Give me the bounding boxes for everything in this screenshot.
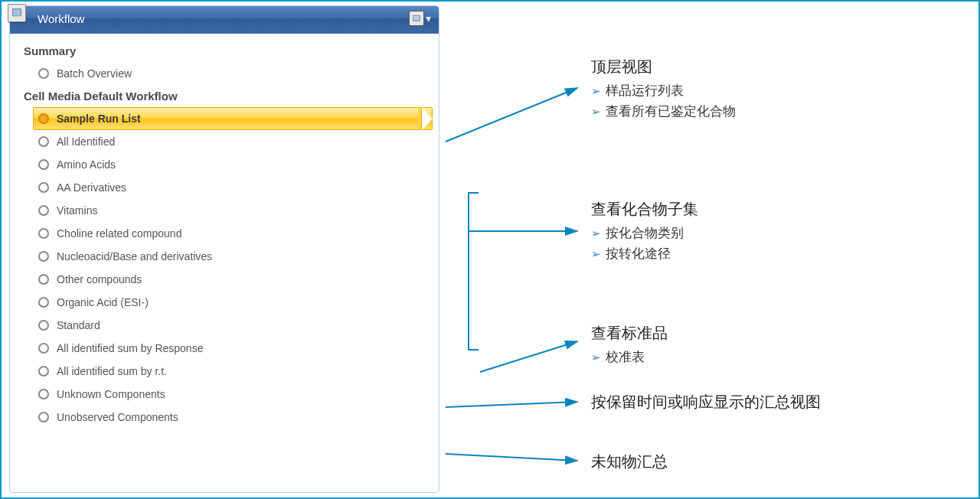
workflow-item[interactable]: Amino Acids <box>33 153 433 176</box>
annotation-bullet-list: 按化合物类别按转化途径 <box>591 223 698 264</box>
radio-icon <box>38 182 49 193</box>
workflow-item-label: All identified sum by Response <box>57 342 203 354</box>
workflow-item[interactable]: Other compounds <box>33 268 433 291</box>
workflow-item-label: Choline related compound <box>57 227 181 240</box>
workflow-item-label: All identified sum by r.t. <box>57 365 167 377</box>
workflow-panel: Workflow ▾ SummaryBatch OverviewCell Med… <box>9 5 439 493</box>
radio-icon <box>38 159 49 170</box>
annotation-block: 查看标准品校准表 <box>591 323 668 367</box>
workflow-app-icon[interactable] <box>8 4 26 22</box>
radio-icon <box>38 228 49 239</box>
workflow-item[interactable]: Unobserved Components <box>33 406 433 429</box>
selected-chevron-icon <box>422 107 433 130</box>
workflow-item[interactable]: Nucleoacid/Base and derivatives <box>33 245 433 268</box>
workflow-item[interactable]: All identified sum by r.t. <box>33 360 433 383</box>
workflow-item[interactable]: Batch Overview <box>33 62 433 85</box>
radio-icon <box>38 205 49 216</box>
annotation-bullet-list: 校准表 <box>591 347 668 367</box>
workflow-titlebar: Workflow ▾ <box>10 6 439 34</box>
svg-rect-2 <box>413 15 420 21</box>
annotation-title: 未知物汇总 <box>591 452 668 472</box>
svg-line-6 <box>480 341 577 372</box>
svg-rect-0 <box>13 9 21 16</box>
radio-icon <box>38 274 49 285</box>
workflow-options-icon[interactable] <box>409 11 424 26</box>
annotation-bullet: 查看所有已鉴定化合物 <box>591 101 736 122</box>
radio-icon <box>38 343 49 354</box>
annotation-title: 按保留时间或响应显示的汇总视图 <box>591 392 821 413</box>
radio-icon <box>38 136 49 147</box>
workflow-item[interactable]: All identified sum by Response <box>33 337 433 360</box>
workflow-item[interactable]: AA Derivatives <box>33 176 433 199</box>
section-header: Summary <box>24 40 433 62</box>
dropdown-arrow-icon[interactable]: ▾ <box>426 12 431 24</box>
annotation-bullet: 样品运行列表 <box>591 80 736 101</box>
workflow-item[interactable]: Sample Run List <box>33 107 433 130</box>
annotation-bullet-list: 样品运行列表查看所有已鉴定化合物 <box>591 80 736 122</box>
workflow-item-label: Unobserved Components <box>57 411 178 423</box>
workflow-item-label: Vitamins <box>57 204 97 217</box>
radio-icon <box>38 389 49 400</box>
workflow-item[interactable]: Unknown Components <box>33 383 433 406</box>
annotation-block: 未知物汇总 <box>591 452 668 475</box>
workflow-title: Workflow <box>38 12 84 25</box>
radio-icon <box>38 297 49 308</box>
annotation-block: 顶层视图样品运行列表查看所有已鉴定化合物 <box>591 57 736 122</box>
workflow-item[interactable]: Organic Acid (ESI-) <box>33 291 433 314</box>
workflow-item-label: All Identified <box>57 135 115 148</box>
annotation-bullet: 校准表 <box>591 347 668 367</box>
workflow-item-label: Nucleoacid/Base and derivatives <box>57 250 212 263</box>
svg-rect-3 <box>413 21 420 21</box>
annotation-title: 查看标准品 <box>591 323 668 344</box>
workflow-item[interactable]: Vitamins <box>33 199 433 222</box>
radio-icon <box>38 251 49 262</box>
svg-rect-1 <box>13 16 21 18</box>
workflow-item-label: AA Derivatives <box>57 181 126 194</box>
radio-icon <box>38 68 49 79</box>
workflow-item-label: Unknown Components <box>57 388 165 400</box>
svg-line-8 <box>446 454 577 461</box>
annotation-block: 按保留时间或响应显示的汇总视图 <box>591 392 821 416</box>
workflow-item-label: Sample Run List <box>57 113 141 125</box>
annotation-bullet: 按化合物类别 <box>591 223 698 243</box>
radio-icon <box>38 113 49 124</box>
workflow-item-label: Standard <box>57 319 100 331</box>
workflow-item-label: Batch Overview <box>57 67 132 80</box>
annotation-title: 查看化合物子集 <box>591 199 698 220</box>
annotation-block: 查看化合物子集按化合物类别按转化途径 <box>591 199 698 264</box>
workflow-item-label: Other compounds <box>57 273 142 285</box>
svg-line-4 <box>446 88 577 142</box>
workflow-item-label: Organic Acid (ESI-) <box>57 296 149 308</box>
svg-line-7 <box>446 402 577 407</box>
radio-icon <box>38 412 49 422</box>
workflow-item[interactable]: Standard <box>33 314 433 337</box>
annotation-title: 顶层视图 <box>591 57 736 77</box>
workflow-item[interactable]: Choline related compound <box>33 222 433 245</box>
radio-icon <box>38 366 49 377</box>
annotation-bullet: 按转化途径 <box>591 243 698 264</box>
workflow-item[interactable]: All Identified <box>33 130 433 153</box>
section-header: Cell Media Default Workflow <box>24 85 433 107</box>
workflow-item-label: Amino Acids <box>57 158 116 171</box>
radio-icon <box>38 320 49 331</box>
